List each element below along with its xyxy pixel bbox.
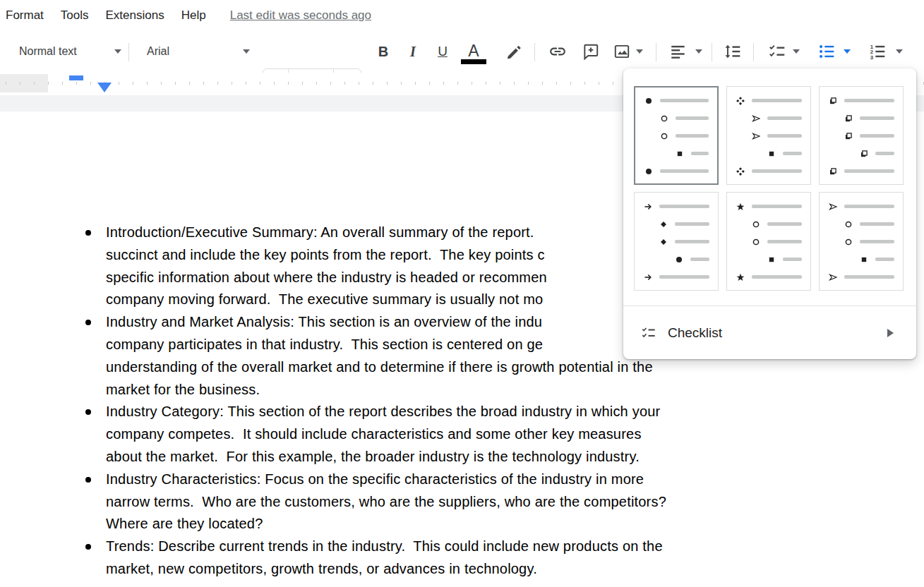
submenu-arrow-icon: [887, 329, 894, 337]
menu-bar: Format Tools Extensions Help Last edit w…: [0, 0, 924, 31]
menu-tools[interactable]: Tools: [52, 8, 97, 23]
bulleted-list-button[interactable]: [815, 31, 839, 72]
add-comment-button[interactable]: [579, 31, 603, 72]
insert-image-button[interactable]: [610, 31, 634, 72]
insert-link-button[interactable]: [546, 31, 570, 72]
bullet-style-option-6[interactable]: [819, 192, 904, 291]
add-comment-icon: [582, 42, 600, 61]
text-line: about the market. For this example, the …: [106, 446, 924, 468]
bullet-list-item[interactable]: Industry Category: This section of the r…: [0, 401, 924, 468]
ruler-tick: [387, 82, 388, 85]
numbered-list-button[interactable]: 123: [865, 31, 889, 72]
shadow-square-bullet-icon: [859, 149, 869, 159]
first-line-indent-marker[interactable]: [69, 75, 83, 80]
bullet-style-preview-row: [820, 92, 903, 109]
menu-extensions[interactable]: Extensions: [97, 8, 173, 23]
bullet-style-preview-row: [635, 250, 718, 268]
text-line: market for the business.: [106, 379, 924, 401]
preview-text-bar: [844, 205, 894, 208]
disc-bullet-icon: [674, 255, 684, 265]
line-spacing-button[interactable]: [720, 31, 745, 72]
preview-text-bar: [752, 275, 802, 279]
bullet-style-preview-row: [820, 233, 903, 250]
chevron-down-icon: [793, 49, 800, 54]
circle-bullet-icon: [751, 237, 761, 247]
diamond-bullet-icon: [659, 237, 668, 247]
bold-button[interactable]: B: [373, 31, 394, 72]
preview-text-bar: [783, 152, 802, 155]
highlight-color-button[interactable]: [503, 31, 527, 72]
ruler-tick: [599, 82, 599, 85]
preview-text-bar: [783, 258, 802, 261]
ruler-tick: [359, 82, 359, 85]
numbered-list-menu[interactable]: [894, 31, 905, 72]
font-selector[interactable]: Arial: [147, 31, 250, 72]
toolbar-divider: [712, 43, 712, 61]
bullet-style-option-2[interactable]: [726, 86, 811, 185]
text-color-letter: A: [468, 43, 479, 59]
bulleted-list-icon: [817, 42, 836, 61]
circle-bullet-icon: [844, 237, 853, 247]
paragraph-style-selector[interactable]: Normal text: [19, 31, 121, 72]
bullet-style-option-3[interactable]: [819, 86, 904, 185]
diamond4-bullet-icon: [736, 167, 745, 176]
ruler-tick: [76, 82, 77, 85]
left-indent-marker[interactable]: [97, 83, 112, 92]
bullet-style-option-1-selected[interactable]: [634, 86, 719, 185]
bulleted-list-menu[interactable]: [841, 31, 853, 72]
ruler-tick: [175, 82, 176, 85]
bullet-style-option-4[interactable]: [634, 192, 719, 291]
preview-text-bar: [875, 152, 894, 155]
ruler-tick: [500, 82, 500, 85]
bullet-style-preview-row: [635, 145, 717, 162]
bullet-list-item[interactable]: Trends: Describe current trends in the i…: [0, 535, 924, 581]
bullet-style-preview-row: [635, 268, 718, 286]
disc-bullet-icon: [644, 96, 654, 106]
last-edit-link[interactable]: Last edit was seconds ago: [230, 8, 371, 23]
ruler-tick: [302, 82, 303, 85]
chevron-down-icon: [243, 49, 250, 54]
checklist-menu-item[interactable]: Checklist: [623, 306, 916, 359]
menu-format[interactable]: Format: [0, 8, 52, 23]
shadow-square-bullet-icon: [828, 96, 838, 106]
ruler-tick: [133, 82, 133, 85]
ruler-tick: [119, 82, 119, 85]
preview-text-bar: [767, 240, 802, 243]
preview-text-bar: [676, 116, 709, 120]
bullet-style-option-5[interactable]: [726, 192, 811, 291]
bullet-style-preview-row: [635, 162, 717, 180]
underline-button[interactable]: U: [432, 31, 453, 72]
bullet-style-preview-row: [820, 198, 903, 215]
bulleted-list-dropdown: Checklist: [623, 68, 916, 359]
bullet-style-preview-row: [820, 250, 903, 268]
italic-button[interactable]: I: [402, 31, 424, 72]
text-color-button[interactable]: A: [461, 31, 486, 72]
align-icon: [669, 42, 688, 61]
preview-text-bar: [676, 134, 709, 138]
preview-text-bar: [752, 99, 802, 102]
preview-text-bar: [844, 99, 894, 102]
bullet-glyph: [85, 230, 91, 236]
insert-image-menu[interactable]: [634, 31, 645, 72]
bullet-style-preview-row: [635, 198, 718, 215]
bullet-style-preview-row: [635, 233, 718, 250]
align-menu[interactable]: [693, 31, 704, 72]
circle-bullet-icon: [659, 114, 669, 123]
align-button[interactable]: [666, 31, 690, 72]
bullet-glyph: [85, 544, 91, 550]
bullet-list-item[interactable]: Industry Characteristics: Focus on the s…: [0, 468, 924, 535]
checklist-menu[interactable]: [791, 31, 802, 72]
ruler-tick: [232, 82, 232, 85]
circle-bullet-icon: [844, 219, 853, 229]
ruler-tick: [401, 82, 402, 85]
chevron-down-icon: [896, 49, 903, 54]
menu-help[interactable]: Help: [173, 8, 215, 23]
arrowhead-bullet-icon: [751, 131, 761, 141]
ruler-tick: [556, 82, 557, 85]
bullet-glyph: [85, 477, 91, 483]
bullet-style-preview-row: [635, 92, 717, 109]
checklist-button[interactable]: [765, 31, 789, 72]
ruler-tick: [189, 82, 190, 85]
bullet-style-preview-row: [727, 268, 810, 286]
insert-link-icon: [548, 42, 567, 61]
